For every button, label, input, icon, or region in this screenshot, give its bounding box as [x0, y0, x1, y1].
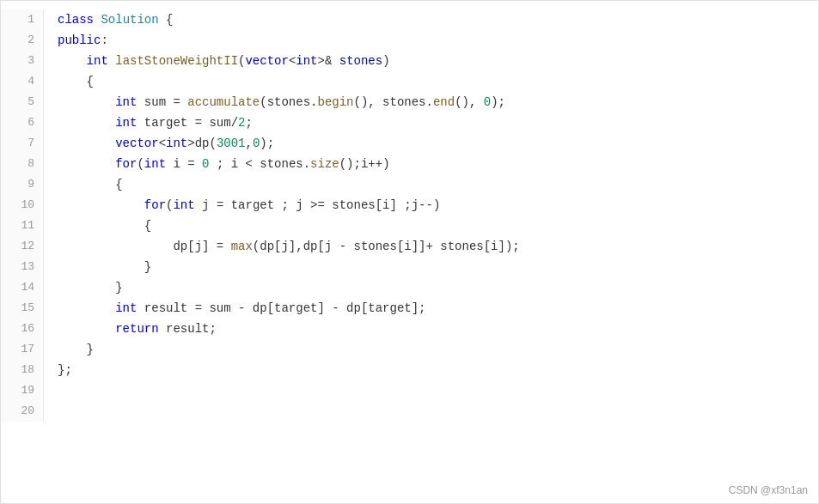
line-number: 10	[9, 195, 34, 216]
code-token: >dp(	[187, 137, 217, 150]
code-token: lastStoneWeightII	[115, 54, 238, 68]
code-token: 0	[484, 95, 491, 109]
code-token: (), stones.	[354, 95, 433, 109]
code-token	[108, 54, 115, 68]
code-token: Solution	[101, 13, 158, 27]
code-token: return	[115, 322, 158, 336]
code-token: int	[166, 137, 187, 150]
line-number: 3	[9, 51, 34, 71]
line-number: 5	[9, 92, 34, 112]
code-token: accumulate	[187, 95, 260, 109]
code-token: int	[115, 301, 137, 315]
code-token: <	[159, 137, 166, 150]
footer-credit: CSDN @xf3n1an	[729, 484, 808, 496]
line-number: 15	[9, 298, 34, 319]
line-number: 1	[9, 9, 34, 30]
code-token: end	[433, 95, 455, 109]
line-number: 17	[9, 339, 34, 360]
code-line: };	[58, 360, 804, 380]
code-token: int	[173, 198, 194, 212]
code-token: ,	[245, 137, 252, 150]
code-token: ; i < stones.	[209, 157, 310, 171]
code-line: {	[58, 174, 804, 195]
line-number: 8	[9, 154, 34, 174]
code-token: {	[58, 178, 123, 191]
code-token: dp[j] =	[58, 240, 231, 253]
code-line: return result;	[58, 319, 804, 339]
code-token	[58, 198, 144, 212]
code-token: size	[310, 157, 339, 171]
code-token: (stones.	[260, 95, 317, 109]
code-token: int	[115, 95, 137, 109]
code-line: dp[j] = max(dp[j],dp[j - stones[i]]+ sto…	[58, 236, 804, 257]
code-token: {	[58, 75, 94, 88]
code-token: vector	[245, 54, 288, 68]
line-number: 9	[9, 174, 34, 195]
code-token: };	[58, 363, 72, 377]
code-token: target = sum/	[137, 116, 238, 130]
code-line: for(int i = 0 ; i < stones.size();i++)	[58, 154, 804, 174]
code-line: }	[58, 277, 804, 298]
code-line: }	[58, 339, 804, 360]
code-token: begin	[317, 95, 353, 109]
code-line: }	[58, 257, 804, 277]
code-line: int target = sum/2;	[58, 112, 804, 133]
code-token	[58, 95, 115, 109]
code-token: i =	[166, 157, 202, 171]
code-token: (dp[j],dp[j - stones[i]]+ stones[i]);	[253, 240, 520, 253]
code-container: 1234567891011121314151617181920 class So…	[0, 0, 819, 504]
code-token: :	[101, 33, 107, 47]
code-token	[58, 116, 115, 130]
code-token: {	[58, 219, 151, 233]
code-token: stones	[332, 54, 382, 68]
code-token: )	[382, 54, 389, 68]
code-token: class	[58, 13, 101, 27]
code-token	[58, 137, 115, 150]
code-block: 1234567891011121314151617181920 class So…	[1, 1, 818, 430]
code-token: sum =	[137, 95, 187, 109]
code-token: >&	[318, 54, 333, 68]
line-number: 12	[9, 236, 34, 257]
code-line: for(int j = target ; j >= stones[i] ;j--…	[58, 195, 804, 216]
line-number: 19	[9, 380, 34, 401]
code-token: max	[231, 240, 253, 253]
line-number: 4	[9, 71, 34, 92]
code-lines: class Solution {public: int lastStoneWei…	[44, 9, 818, 422]
line-number: 14	[9, 277, 34, 298]
code-token: int	[296, 54, 317, 68]
line-number: 18	[9, 360, 34, 380]
code-token: public	[58, 33, 101, 47]
line-number: 11	[9, 216, 34, 236]
code-token: 3001	[217, 137, 246, 150]
code-token: int	[144, 157, 166, 171]
line-number: 13	[9, 257, 34, 277]
code-token	[58, 322, 115, 336]
code-line: int result = sum - dp[target] - dp[targe…	[58, 298, 804, 319]
code-token: }	[58, 281, 123, 295]
code-token: (	[137, 157, 144, 171]
code-token: {	[159, 13, 174, 27]
code-token: for	[115, 157, 137, 171]
line-number: 20	[9, 401, 34, 422]
line-number: 6	[9, 112, 34, 133]
code-token	[58, 301, 115, 315]
code-line: {	[58, 71, 804, 92]
code-token: ;	[245, 116, 252, 130]
code-line: vector<int>dp(3001,0);	[58, 133, 804, 154]
code-token: (),	[455, 95, 484, 109]
code-token: }	[58, 343, 94, 356]
code-token: result;	[159, 322, 217, 336]
line-number: 7	[9, 133, 34, 154]
code-line: int sum = accumulate(stones.begin(), sto…	[58, 92, 804, 112]
line-numbers: 1234567891011121314151617181920	[1, 9, 44, 422]
code-token: vector	[115, 137, 158, 150]
code-line: int lastStoneWeightII(vector<int>& stone…	[58, 51, 804, 71]
code-token: for	[144, 198, 166, 212]
code-line: {	[58, 216, 804, 236]
line-number: 16	[9, 319, 34, 339]
code-token: j = target ; j >= stones[i] ;j--)	[195, 198, 441, 212]
code-token: int	[87, 54, 108, 68]
code-token: );	[491, 95, 505, 109]
code-token: }	[58, 260, 151, 274]
code-token	[58, 54, 87, 68]
